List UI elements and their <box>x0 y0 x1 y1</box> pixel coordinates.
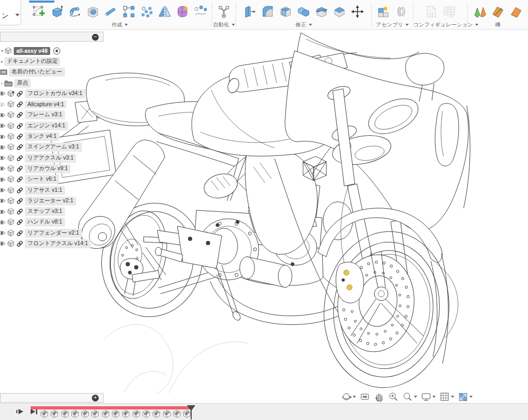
fillet-icon[interactable] <box>260 4 275 19</box>
combine-icon[interactable] <box>296 4 311 19</box>
browser-component-row[interactable]: ステップ v3:1 <box>0 206 111 217</box>
look-at-button[interactable] <box>360 391 370 402</box>
joint-icon[interactable] <box>394 4 409 19</box>
document-settings-label[interactable]: ドキュメントの設定 <box>4 57 60 66</box>
mirror-icon[interactable] <box>157 4 172 19</box>
timeline-feature-linked-component[interactable] <box>91 409 99 418</box>
timeline-feature-linked-component[interactable] <box>81 409 89 418</box>
browser-component-row[interactable]: リアカウル v9:1 <box>0 163 111 174</box>
split-body-icon[interactable] <box>314 4 329 19</box>
offset-plane-icon[interactable] <box>473 4 487 19</box>
visibility-eye-icon[interactable] <box>0 110 5 120</box>
timeline-feature-linked-component[interactable] <box>101 409 110 418</box>
visibility-eye-icon[interactable] <box>0 196 5 206</box>
component-label[interactable]: フレーム v3:1 <box>25 110 65 119</box>
component-label[interactable]: シート v6:1 <box>25 175 59 184</box>
timeline-feature-linked-component[interactable] <box>173 409 181 418</box>
expand-arrow-icon[interactable]: ▹ <box>0 81 4 86</box>
viewports-button[interactable] <box>458 391 473 402</box>
timeline-feature-linked-component[interactable] <box>152 409 161 418</box>
orbit-button[interactable] <box>341 391 356 402</box>
component-label[interactable]: リアアクスル v3:1 <box>25 154 76 163</box>
component-label[interactable]: ステップ v3:1 <box>25 207 65 216</box>
browser-component-row[interactable]: リアアクスル v3:1 <box>0 153 111 163</box>
visibility-eye-icon[interactable] <box>0 100 5 109</box>
rectangular-pattern-icon[interactable] <box>121 4 136 19</box>
extrude-icon[interactable] <box>50 4 64 19</box>
named-views-row[interactable]: 名前の付いたビュー <box>0 67 111 78</box>
component-label[interactable]: Allcapture v4:1 <box>25 100 67 108</box>
expand-arrow-icon[interactable]: ▾ <box>0 49 4 53</box>
browser-component-row[interactable]: リアフェンダー v2:1 <box>0 228 111 238</box>
timeline-feature-linked-component[interactable] <box>142 409 150 418</box>
browser-component-row[interactable]: リアサス v1:1 <box>0 185 111 195</box>
activate-radio-icon[interactable] <box>53 47 61 55</box>
visibility-eye-icon[interactable] <box>0 207 5 217</box>
fit-button[interactable] <box>402 391 417 402</box>
project-include-icon[interactable] <box>193 4 208 19</box>
component-label[interactable]: エンジン v14:1 <box>25 122 68 130</box>
visibility-eye-icon[interactable] <box>0 164 5 173</box>
component-label[interactable]: スイングアーム v3:1 <box>25 143 82 152</box>
visibility-eye-icon[interactable] <box>0 218 5 227</box>
browser-component-row[interactable]: ハンドル v8:1 <box>0 217 111 228</box>
visibility-eye-icon[interactable] <box>0 175 5 184</box>
configuration-table-icon[interactable] <box>442 4 457 19</box>
browser-root-row[interactable]: ▾ all-assy v48 <box>0 45 111 56</box>
modify-group-label[interactable]: 修正 <box>236 21 371 29</box>
visibility-eye-icon[interactable] <box>0 185 5 195</box>
browser-component-row[interactable]: Allcapture v4:1 <box>0 99 111 109</box>
document-settings-row[interactable]: ▸ ドキュメントの設定 <box>0 56 111 67</box>
browser-component-row[interactable]: ラジエーター v2:1 <box>0 195 111 206</box>
offset-face-icon[interactable] <box>332 4 347 19</box>
timeline-feature-linked-component[interactable] <box>50 409 59 418</box>
zoom-button[interactable] <box>388 391 399 402</box>
component-label[interactable]: リアサス v1:1 <box>25 186 65 195</box>
browser-component-row[interactable]: フレーム v3:1 <box>0 110 111 120</box>
assemble-group-label[interactable]: アセンブリ <box>372 21 413 29</box>
grid-snaps-button[interactable] <box>439 391 454 402</box>
visibility-eye-icon[interactable] <box>0 121 5 130</box>
timeline-play-button[interactable] <box>16 408 24 417</box>
revolve-icon[interactable] <box>68 4 82 19</box>
timeline-feature-linked-component[interactable] <box>71 409 79 418</box>
component-label[interactable]: リアカウル v9:1 <box>25 164 71 173</box>
browser-component-row[interactable]: タンク v4:1 <box>0 131 111 142</box>
shell-icon[interactable] <box>278 4 293 19</box>
visibility-eye-icon[interactable] <box>0 89 5 98</box>
create-sketch-icon[interactable] <box>32 4 46 19</box>
timeline-feature-linked-component[interactable] <box>61 409 69 418</box>
browser-component-row[interactable]: エンジン v14:1 <box>0 120 111 131</box>
component-label[interactable]: リアフェンダー v2:1 <box>25 229 82 238</box>
create-form-icon[interactable] <box>175 4 190 19</box>
component-label[interactable]: フロントカウル v34:1 <box>25 89 85 98</box>
browser-collapse-button[interactable]: − <box>92 34 99 41</box>
timeline-feature-linked-component[interactable] <box>111 409 120 418</box>
automate-group-label[interactable]: 自動化 <box>212 21 235 29</box>
component-label[interactable]: ラジエーター v2:1 <box>25 197 76 206</box>
component-label[interactable]: フロントアクスル v14:1 <box>25 239 91 248</box>
pan-button[interactable] <box>374 391 384 402</box>
origin-label[interactable]: 原点 <box>14 79 31 88</box>
browser-component-row[interactable]: フロントカウル v34:1 <box>0 88 111 99</box>
browser-component-row[interactable]: フロントアクスル v14:1 <box>0 238 111 249</box>
press-pull-icon[interactable] <box>242 4 257 19</box>
visibility-eye-icon[interactable] <box>0 239 5 248</box>
hole-icon[interactable] <box>86 4 100 19</box>
visibility-eye-icon[interactable] <box>0 153 5 163</box>
timeline-feature-linked-component[interactable] <box>163 409 171 418</box>
browser-expand-button[interactable]: + <box>92 395 99 402</box>
origin-row[interactable]: ▹ 原点 <box>0 78 111 88</box>
expand-arrow-icon[interactable]: ▸ <box>0 59 4 64</box>
construct-group-label[interactable]: 構 <box>468 21 528 29</box>
timeline-feature-linked-component[interactable] <box>40 409 49 418</box>
insert-configuration-icon[interactable] <box>424 4 439 19</box>
visibility-eye-icon[interactable] <box>0 132 5 142</box>
axis-icon[interactable] <box>508 4 523 19</box>
scripts-addins-icon[interactable] <box>216 4 231 19</box>
timeline-feature-linked-component[interactable] <box>132 409 140 418</box>
workspace-selector[interactable]: ン <box>0 0 21 25</box>
browser-component-row[interactable]: シート v6:1 <box>0 174 111 185</box>
new-component-icon[interactable] <box>376 4 391 19</box>
component-label[interactable]: タンク v4:1 <box>25 132 59 141</box>
